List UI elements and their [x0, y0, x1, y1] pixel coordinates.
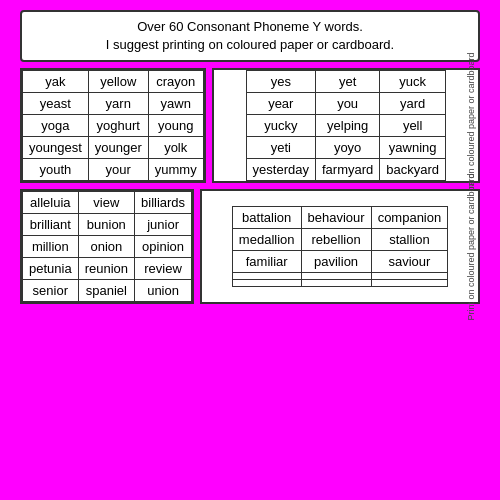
table-cell: stallion	[371, 229, 448, 251]
table-cell: farmyard	[315, 159, 379, 181]
table-cell: junior	[135, 214, 192, 236]
table-cell: crayon	[148, 71, 203, 93]
table-cell	[301, 273, 371, 280]
table-cell: yucky	[246, 115, 315, 137]
table4-card: battalionbehaviourcompanionmedallionrebe…	[200, 189, 480, 304]
table-cell: younger	[88, 137, 148, 159]
table-cell: medallion	[232, 229, 301, 251]
table-cell: yuck	[380, 71, 446, 93]
table-cell: rebellion	[301, 229, 371, 251]
table-cell: yeast	[23, 93, 89, 115]
bottom-row: alleluiaviewbilliardsbrilliantbunionjuni…	[20, 189, 480, 304]
table-cell	[371, 273, 448, 280]
table-cell: yard	[380, 93, 446, 115]
table-cell: you	[315, 93, 379, 115]
table1-wrapper: yakyellowcrayonyeastyarnyawnyogayoghurty…	[20, 68, 206, 183]
table-cell: yet	[315, 71, 379, 93]
table3-wrapper: alleluiaviewbilliardsbrilliantbunionjuni…	[20, 189, 194, 304]
table-cell: alleluia	[23, 192, 79, 214]
table-cell: backyard	[380, 159, 446, 181]
table4-inner: battalionbehaviourcompanionmedallionrebe…	[232, 206, 448, 287]
table-cell: yeti	[246, 137, 315, 159]
table-cell: yak	[23, 71, 89, 93]
table2: yesyetyuckyearyouyardyuckyyelpingyellyet…	[246, 70, 446, 181]
table-cell	[301, 280, 371, 287]
table-cell: yawning	[380, 137, 446, 159]
table-cell	[371, 280, 448, 287]
table-cell: familiar	[232, 251, 301, 273]
table-cell: onion	[78, 236, 134, 258]
table-cell: million	[23, 236, 79, 258]
table-cell	[232, 273, 301, 280]
table-cell: yes	[246, 71, 315, 93]
table-cell: billiards	[135, 192, 192, 214]
table-cell: petunia	[23, 258, 79, 280]
table-cell: union	[135, 280, 192, 302]
table-cell: spaniel	[78, 280, 134, 302]
table1: yakyellowcrayonyeastyarnyawnyogayoghurty…	[22, 70, 204, 181]
table-cell: yummy	[148, 159, 203, 181]
table-cell: yellow	[88, 71, 148, 93]
table-cell: review	[135, 258, 192, 280]
main-container: Over 60 Consonant Phoneme Y words. I sug…	[10, 10, 490, 490]
header-line2: I suggest printing on coloured paper or …	[34, 36, 466, 54]
table-cell: opinion	[135, 236, 192, 258]
table-cell: reunion	[78, 258, 134, 280]
top-row: yakyellowcrayonyeastyarnyawnyogayoghurty…	[20, 68, 480, 183]
table-cell: behaviour	[301, 207, 371, 229]
table-cell: yolk	[148, 137, 203, 159]
table-cell: pavilion	[301, 251, 371, 273]
table-cell: saviour	[371, 251, 448, 273]
table-cell: yawn	[148, 93, 203, 115]
header-box: Over 60 Consonant Phoneme Y words. I sug…	[20, 10, 480, 62]
table-cell: youth	[23, 159, 89, 181]
table2-inner: yesyetyuckyearyouyardyuckyyelpingyellyet…	[246, 70, 446, 181]
table-cell: battalion	[232, 207, 301, 229]
table4: battalionbehaviourcompanionmedallionrebe…	[232, 206, 448, 287]
table-cell: senior	[23, 280, 79, 302]
table-cell: yarn	[88, 93, 148, 115]
table-cell: yoghurt	[88, 115, 148, 137]
table-cell: yoga	[23, 115, 89, 137]
header-line1: Over 60 Consonant Phoneme Y words.	[34, 18, 466, 36]
table-cell: yesterday	[246, 159, 315, 181]
table-cell: year	[246, 93, 315, 115]
table-cell	[232, 280, 301, 287]
table-cell: young	[148, 115, 203, 137]
table2-card: yesyetyuckyearyouyardyuckyyelpingyellyet…	[212, 68, 480, 183]
table-cell: view	[78, 192, 134, 214]
table-cell: yell	[380, 115, 446, 137]
table-cell: yelping	[315, 115, 379, 137]
table-cell: your	[88, 159, 148, 181]
side-label-bottom: Print on coloured paper or cardboard	[466, 173, 476, 320]
table-cell: brilliant	[23, 214, 79, 236]
table-cell: companion	[371, 207, 448, 229]
table-cell: youngest	[23, 137, 89, 159]
table-cell: bunion	[78, 214, 134, 236]
table3: alleluiaviewbilliardsbrilliantbunionjuni…	[22, 191, 192, 302]
table-cell: yoyo	[315, 137, 379, 159]
